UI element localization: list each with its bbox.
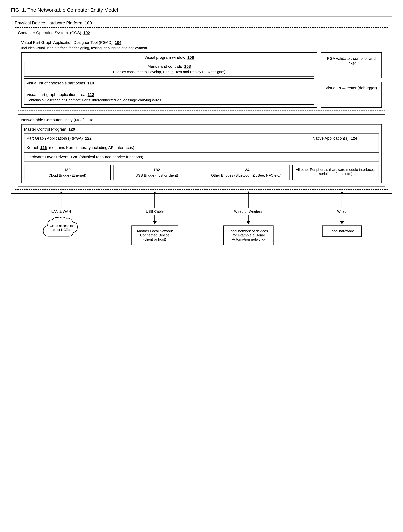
nce-label: Networkable Computer Entity (NCE) 118 [21, 118, 382, 122]
col2-label: USB Cable [146, 209, 164, 214]
pga-validator-label: PGA validator, compiler and linker [327, 56, 376, 65]
usb-bridge-label: USB Bridge (host or client) [116, 173, 197, 177]
pga-validator-box: PGA validator, compiler and linker [321, 52, 382, 78]
usb-bridge-box: 132 USB Bridge (host or client) [113, 165, 200, 180]
cloud-bridge-box: 130 Cloud Bridge (Ethernet) [24, 165, 111, 180]
col3-box: Local network of devices (for example a … [223, 226, 273, 245]
menus-controls-label: Menus and controls 108 [27, 64, 312, 69]
visual-list-box: Visual list of choosable part types 110 [24, 78, 314, 88]
physical-platform-label: Physical Device Hardware Platform 100 [15, 20, 388, 25]
svg-text:Cloud access to: Cloud access to [50, 224, 73, 228]
col4-box: Local hardware [322, 226, 362, 237]
visual-part-graph-desc: Contains a Collection of 1 or more Parts… [27, 98, 312, 102]
svg-text:other NCEs: other NCEs [53, 228, 69, 232]
visual-part-graph-box: Visual part graph application area 112 C… [24, 90, 314, 105]
physical-platform-box: Physical Device Hardware Platform 100 Co… [11, 17, 392, 194]
pgad-right: PGA validator, compiler and linker Visua… [321, 52, 382, 108]
pgad-inner: Visual program window 106 Menus and cont… [21, 52, 382, 108]
hardware-layer-box: Hardware Layer Drivers 128 (physical res… [24, 152, 379, 162]
bottom-section: LAN & WAN Cloud access to other NCEs USB… [11, 194, 392, 245]
menus-controls-desc: Enables consumer to Develop, Debug, Test… [27, 70, 312, 74]
visual-list-label: Visual list of choosable part types 110 [27, 81, 94, 85]
visual-part-graph-label: Visual part graph application area 112 [27, 92, 312, 97]
col3-label: Wired or Wireless [234, 209, 263, 214]
pgad-left: Visual program window 106 Menus and cont… [21, 52, 317, 108]
native-app-label: Native Application(s) 124 [313, 136, 357, 140]
bridges-row: 130 Cloud Bridge (Ethernet) 132 USB Brid… [24, 165, 379, 180]
mcp-box: Master Control Program 120 Part Graph Ap… [21, 124, 382, 183]
mcp-label: Master Control Program 120 [24, 127, 379, 132]
peripherals-box: All other Peripherals (hardware module i… [292, 165, 379, 180]
pga-cell: Part Graph Application(s) (PGA) 122 [25, 134, 310, 143]
other-bridges-number: 134 [206, 168, 287, 172]
visual-program-box: Visual program window 106 Menus and cont… [21, 52, 317, 108]
hardware-layer-label: Hardware Layer Drivers 128 (physical res… [27, 155, 143, 159]
usb-bridge-number: 132 [116, 168, 197, 172]
cloud-bridge-label: Cloud Bridge (Ethernet) [27, 173, 108, 177]
col1-label: LAN & WAN [51, 209, 71, 214]
cloud-svg: Cloud access to other NCEs [42, 215, 81, 243]
menus-controls-box: Menus and controls 108 Enables consumer … [24, 62, 314, 76]
col2-box: Another Local Network Connected Device (… [132, 226, 178, 245]
kernel-label: Kernel 126 (contains Kernel Library incl… [27, 145, 134, 150]
col4-box-wrapper: Local hardware [322, 226, 362, 237]
other-bridges-label: Other Bridges (Bluetooth, ZigBee, NFC et… [206, 173, 287, 177]
kernel-box: Kernel 126 (contains Kernel Library incl… [24, 143, 379, 152]
page-title: FIG. 1. The Networkable Computer Entity … [11, 7, 392, 13]
peripherals-label: All other Peripherals (hardware module i… [295, 168, 376, 176]
arrows-row: LAN & WAN Cloud access to other NCEs USB… [14, 194, 389, 245]
other-bridges-box: 134 Other Bridges (Bluetooth, ZigBee, NF… [203, 165, 290, 180]
pgad-box: Visual Part Graph Application Designer T… [18, 37, 385, 111]
pga-tester-box: Visual PGA tester (debugger) [321, 82, 382, 108]
pgad-subtitle: Includes visual user interface for desig… [21, 46, 382, 50]
col2-box-wrapper: Another Local Network Connected Device (… [132, 226, 178, 245]
cos-label: Container Operating System (COS) 102 [18, 31, 385, 35]
pga-native-row: Part Graph Application(s) (PGA) 122 Nati… [24, 133, 379, 143]
col1: LAN & WAN Cloud access to other NCEs [18, 194, 104, 243]
cloud-bridge-number: 130 [27, 168, 108, 172]
col3: Wired or Wireless Local network of devic… [205, 194, 291, 245]
nce-box: Networkable Computer Entity (NCE) 118 Ma… [18, 114, 385, 186]
col4-label: Wired [337, 209, 346, 214]
col2: USB Cable Another Local Network Connecte… [112, 194, 198, 245]
col3-box-wrapper: Local network of devices (for example a … [223, 226, 273, 245]
col4: Wired Local hardware [299, 194, 385, 237]
pgad-label: Visual Part Graph Application Designer T… [21, 40, 382, 45]
pga-tester-label: Visual PGA tester (debugger) [326, 86, 377, 90]
pga-label: Part Graph Application(s) (PGA) 122 [27, 136, 92, 140]
cloud-box: Cloud access to other NCEs [42, 215, 81, 243]
native-app-cell: Native Application(s) 124 [310, 134, 378, 143]
cos-box: Container Operating System (COS) 102 Vis… [15, 27, 388, 190]
visual-program-label: Visual program window 106 [24, 55, 314, 60]
